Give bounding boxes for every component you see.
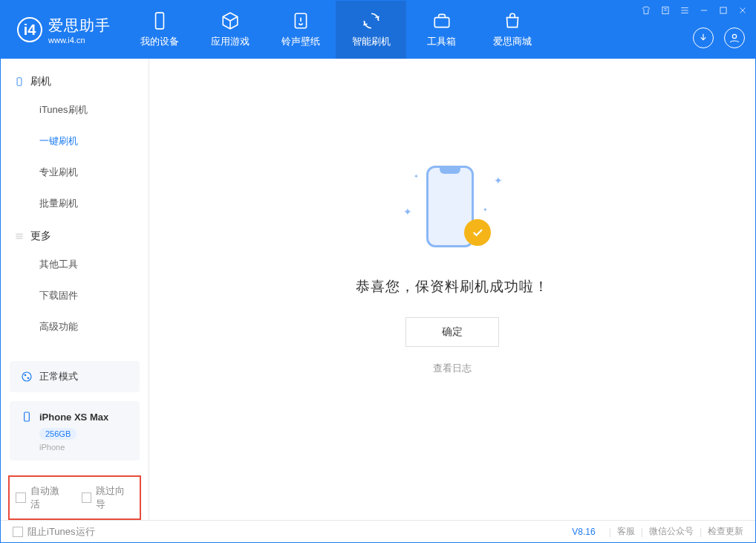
svg-point-9 bbox=[27, 377, 30, 380]
window-controls bbox=[641, 5, 748, 16]
support-link[interactable]: 客服 bbox=[617, 525, 635, 538]
tab-store[interactable]: 爱思商城 bbox=[477, 1, 547, 59]
checkbox-label: 跳过向导 bbox=[96, 484, 134, 511]
sparkle-icon: ✦ bbox=[494, 175, 503, 186]
sidebar-item-batch-flash[interactable]: 批量刷机 bbox=[1, 188, 149, 219]
tab-ringtone-wallpaper[interactable]: 铃声壁纸 bbox=[265, 1, 336, 59]
tab-apps-games[interactable]: 应用游戏 bbox=[195, 1, 265, 59]
shirt-icon[interactable] bbox=[641, 5, 651, 16]
footer: 阻止iTunes运行 V8.16 | 客服 | 微信公众号 | 检查更新 bbox=[1, 520, 755, 542]
header: i4 爱思助手 www.i4.cn 我的设备 应用游戏 铃声壁纸 智能刷机 工具… bbox=[1, 1, 755, 59]
view-log-link[interactable]: 查看日志 bbox=[433, 362, 472, 375]
options-highlight-box: 自动激活 跳过向导 bbox=[8, 475, 141, 520]
toolbox-icon bbox=[432, 11, 452, 30]
svg-rect-0 bbox=[155, 13, 163, 29]
main-tabs: 我的设备 应用游戏 铃声壁纸 智能刷机 工具箱 爱思商城 bbox=[124, 1, 547, 59]
sparkle-icon: ✦ bbox=[414, 173, 419, 180]
checkbox-label: 阻止iTunes运行 bbox=[27, 525, 95, 539]
checkbox-block-itunes[interactable]: 阻止iTunes运行 bbox=[13, 525, 95, 539]
tab-label: 应用游戏 bbox=[211, 35, 250, 48]
download-button[interactable] bbox=[693, 27, 714, 48]
phone-icon bbox=[14, 77, 25, 87]
sidebar-category-flash: 刷机 bbox=[1, 65, 149, 94]
checkbox-icon bbox=[13, 527, 23, 537]
svg-point-8 bbox=[25, 374, 27, 377]
menu-icon[interactable] bbox=[680, 5, 690, 16]
maximize-icon[interactable] bbox=[718, 5, 729, 16]
success-illustration: ✦ ✦ ✦ ✦ bbox=[400, 160, 504, 256]
tab-label: 爱思商城 bbox=[493, 35, 532, 48]
category-label: 更多 bbox=[30, 230, 51, 243]
sidebar-category-more: 更多 bbox=[1, 219, 149, 249]
check-badge-icon bbox=[464, 219, 491, 246]
category-label: 刷机 bbox=[30, 75, 51, 88]
device-name-label: iPhone XS Max bbox=[39, 412, 108, 423]
check-update-link[interactable]: 检查更新 bbox=[708, 525, 743, 538]
sidebar-item-itunes-flash[interactable]: iTunes刷机 bbox=[1, 94, 149, 126]
svg-rect-10 bbox=[25, 412, 30, 421]
tab-toolbox[interactable]: 工具箱 bbox=[406, 1, 477, 59]
sidebar-item-download-firmware[interactable]: 下载固件 bbox=[1, 280, 149, 311]
main-content: ✦ ✦ ✦ ✦ 恭喜您，保资料刷机成功啦！ 确定 查看日志 bbox=[149, 59, 755, 520]
app-title: 爱思助手 bbox=[48, 16, 111, 36]
checkbox-skip-guide[interactable]: 跳过向导 bbox=[82, 484, 134, 511]
device-storage-badge: 256GB bbox=[39, 428, 76, 440]
separator: | bbox=[641, 527, 643, 537]
svg-point-5 bbox=[732, 34, 736, 38]
svg-rect-4 bbox=[720, 7, 726, 13]
device-info-box[interactable]: iPhone XS Max 256GB iPhone bbox=[10, 401, 140, 461]
success-message: 恭喜您，保资料刷机成功啦！ bbox=[356, 277, 549, 296]
header-action-icons bbox=[693, 27, 745, 48]
separator: | bbox=[609, 527, 611, 537]
svg-rect-6 bbox=[17, 78, 22, 86]
sparkle-icon: ✦ bbox=[483, 207, 488, 213]
checkbox-icon bbox=[82, 492, 92, 503]
logo-icon: i4 bbox=[17, 17, 42, 42]
checkbox-auto-activate[interactable]: 自动激活 bbox=[16, 484, 68, 511]
sidebar-item-pro-flash[interactable]: 专业刷机 bbox=[1, 157, 149, 188]
sidebar: 刷机 iTunes刷机 一键刷机 专业刷机 批量刷机 更多 其他工具 下载固件 … bbox=[1, 59, 149, 520]
close-icon[interactable] bbox=[737, 5, 748, 16]
music-icon bbox=[291, 11, 310, 30]
device-type-label: iPhone bbox=[39, 443, 129, 452]
wechat-link[interactable]: 微信公众号 bbox=[649, 525, 694, 538]
user-button[interactable] bbox=[724, 27, 745, 48]
device-mode-label: 正常模式 bbox=[39, 370, 78, 383]
sync-icon bbox=[362, 11, 381, 30]
tab-label: 智能刷机 bbox=[352, 35, 391, 48]
sparkle-icon: ✦ bbox=[403, 206, 412, 218]
svg-rect-2 bbox=[434, 18, 449, 27]
checkbox-icon bbox=[16, 492, 26, 503]
note-icon[interactable] bbox=[660, 5, 671, 16]
ok-button[interactable]: 确定 bbox=[405, 317, 499, 347]
minimize-icon[interactable] bbox=[699, 5, 709, 16]
tab-label: 铃声壁纸 bbox=[281, 35, 320, 48]
list-icon bbox=[14, 231, 25, 241]
tab-label: 我的设备 bbox=[140, 35, 179, 48]
device-mode-box[interactable]: 正常模式 bbox=[10, 361, 140, 392]
tab-smart-flash[interactable]: 智能刷机 bbox=[336, 1, 406, 59]
version-label: V8.16 bbox=[572, 527, 595, 537]
logo[interactable]: i4 爱思助手 www.i4.cn bbox=[1, 16, 124, 45]
device-icon bbox=[150, 11, 169, 30]
checkbox-label: 自动激活 bbox=[30, 484, 68, 511]
mode-icon bbox=[20, 370, 33, 383]
device-phone-icon bbox=[20, 410, 33, 423]
cube-icon bbox=[221, 11, 240, 30]
sidebar-item-advanced[interactable]: 高级功能 bbox=[1, 311, 149, 342]
tab-my-device[interactable]: 我的设备 bbox=[124, 1, 195, 59]
sidebar-item-other-tools[interactable]: 其他工具 bbox=[1, 249, 149, 280]
sidebar-item-oneclick-flash[interactable]: 一键刷机 bbox=[1, 126, 149, 157]
app-url: www.i4.cn bbox=[48, 36, 111, 45]
separator: | bbox=[700, 527, 702, 537]
svg-point-7 bbox=[22, 372, 31, 381]
store-icon bbox=[503, 11, 522, 30]
tab-label: 工具箱 bbox=[427, 35, 456, 48]
